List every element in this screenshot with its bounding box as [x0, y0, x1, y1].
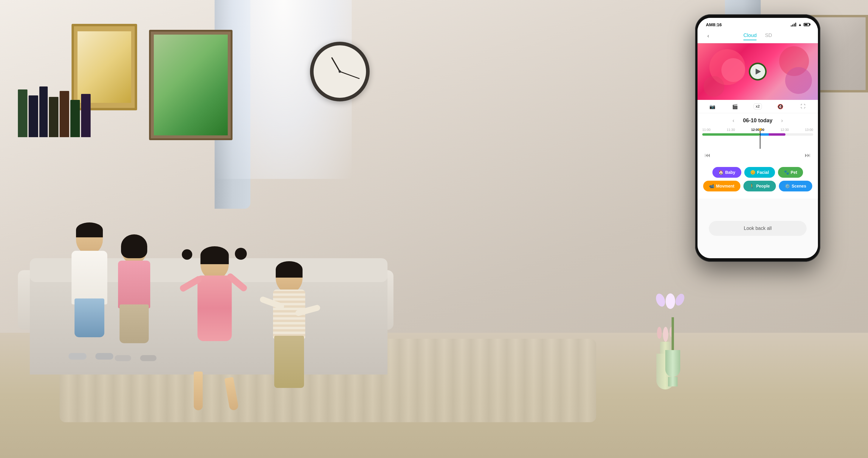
mute-button[interactable]: 🔇: [775, 102, 786, 111]
baby-icon: 🏠: [718, 170, 723, 175]
scenes-label: Scenes: [792, 184, 806, 188]
status-bar: AM8:16 ▲: [698, 18, 818, 29]
skip-back-button[interactable]: ⏮: [705, 152, 711, 159]
person-girl: [185, 243, 244, 410]
phone-screen: AM8:16 ▲ ‹ Clo: [698, 18, 818, 258]
wall-clock: [310, 42, 370, 101]
baby-label: Baby: [725, 170, 735, 175]
tab-sd[interactable]: SD: [765, 31, 772, 40]
timeline-blue: [760, 133, 769, 136]
next-date-button[interactable]: ›: [779, 118, 786, 124]
status-icons: ▲: [791, 22, 810, 27]
person-boy: [262, 261, 316, 416]
timeline-track: [702, 133, 813, 136]
battery-icon: [804, 23, 810, 26]
header-tabs: Cloud SD: [743, 31, 772, 40]
scenes-icon: ⚙️: [785, 184, 790, 188]
camera-icon: 📷: [709, 104, 715, 110]
back-button[interactable]: ‹: [704, 31, 713, 40]
category-scenes[interactable]: ⚙️ Scenes: [779, 181, 812, 191]
category-row-2: 📹 Movment 🚶 People ⚙️ Scenes: [702, 181, 813, 191]
phone-frame: AM8:16 ▲ ‹ Clo: [695, 14, 820, 262]
status-time: AM8:16: [706, 22, 722, 27]
date-nav: ‹ 06-10 today ›: [702, 118, 813, 124]
timeline-green: [702, 133, 760, 136]
time-labels: 11:00 11:30 12:00:00 12:30 13:00: [702, 128, 813, 131]
people-label: People: [756, 184, 770, 188]
mute-icon: 🔇: [777, 104, 783, 110]
timeline-section: ‹ 06-10 today › 11:00 11:30 12:00:00 12:…: [698, 113, 818, 163]
timeline-purple: [769, 133, 785, 136]
pet-icon: 🐾: [784, 170, 789, 175]
category-pet[interactable]: 🐾 Pet: [778, 167, 803, 178]
category-movement[interactable]: 📹 Movment: [703, 181, 740, 191]
video-controls-row: 📷 🎬 x2 🔇 ⛶: [698, 100, 818, 113]
x2-button[interactable]: x2: [752, 102, 763, 111]
category-facial[interactable]: 😊 Facial: [744, 167, 775, 178]
video-icon: 🎬: [732, 104, 738, 110]
record-button[interactable]: 🎬: [730, 102, 740, 111]
phone-container: AM8:16 ▲ ‹ Clo: [695, 14, 820, 262]
category-row-1: 🏠 Baby 😊 Facial 🐾 Pet: [702, 167, 813, 178]
time-1100: 11:00: [702, 128, 711, 131]
wifi-icon: ▲: [798, 22, 802, 27]
screenshot-button[interactable]: 📷: [707, 102, 718, 111]
play-icon: [755, 68, 761, 74]
person-dad: [63, 222, 116, 366]
time-1300: 13:00: [805, 128, 813, 131]
picture-frame-2: [149, 30, 232, 140]
pet-label: Pet: [791, 170, 797, 175]
bookshelf: [18, 78, 113, 137]
signal-icon: [791, 22, 796, 27]
flowers-vase: [665, 317, 680, 387]
time-1230: 12:30: [780, 128, 789, 131]
time-1200: 12:00:00: [751, 128, 764, 131]
app-header: ‹ Cloud SD: [698, 29, 818, 43]
facial-icon: 😊: [750, 170, 755, 175]
fullscreen-icon: ⛶: [801, 104, 805, 109]
categories-section: 🏠 Baby 😊 Facial 🐾 Pet 📹: [698, 163, 818, 199]
video-thumbnail[interactable]: [698, 43, 818, 100]
movement-label: Movment: [716, 184, 734, 188]
tab-cloud[interactable]: Cloud: [743, 31, 756, 40]
playback-controls: ⏮ ⏭: [702, 150, 813, 160]
person-mom: [110, 234, 158, 366]
prev-date-button[interactable]: ‹: [730, 118, 737, 124]
timeline-cursor[interactable]: [760, 131, 761, 149]
video-play-button[interactable]: [750, 64, 765, 79]
look-back-section: Look back all: [698, 199, 818, 258]
skip-forward-button[interactable]: ⏭: [805, 152, 811, 159]
category-baby[interactable]: 🏠 Baby: [712, 167, 741, 178]
timeline-container[interactable]: [702, 133, 813, 148]
facial-label: Facial: [757, 170, 769, 175]
look-back-button[interactable]: Look back all: [709, 221, 807, 236]
date-label: 06-10 today: [743, 118, 772, 124]
fullscreen-button[interactable]: ⛶: [798, 102, 808, 111]
time-1130: 11:30: [727, 128, 735, 131]
movement-icon: 📹: [709, 184, 714, 188]
people-icon: 🚶: [749, 184, 754, 188]
category-people[interactable]: 🚶 People: [743, 181, 776, 191]
x2-badge: x2: [753, 103, 762, 110]
